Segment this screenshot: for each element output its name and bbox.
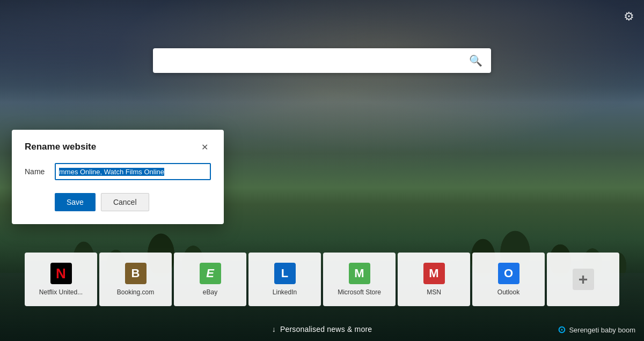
name-field-label: Name <box>25 167 46 176</box>
cancel-button[interactable]: Cancel <box>101 193 149 211</box>
modal-header: Rename website ✕ <box>25 140 211 153</box>
rename-website-dialog: Rename website ✕ Name Save Cancel <box>12 130 224 224</box>
name-field-input[interactable] <box>55 163 211 180</box>
save-button[interactable]: Save <box>55 193 96 211</box>
modal-actions: Save Cancel <box>25 193 211 211</box>
modal-overlay: Rename website ✕ Name Save Cancel <box>0 0 644 341</box>
modal-close-button[interactable]: ✕ <box>198 140 211 153</box>
modal-name-field: Name <box>25 163 211 180</box>
modal-title: Rename website <box>25 142 96 152</box>
